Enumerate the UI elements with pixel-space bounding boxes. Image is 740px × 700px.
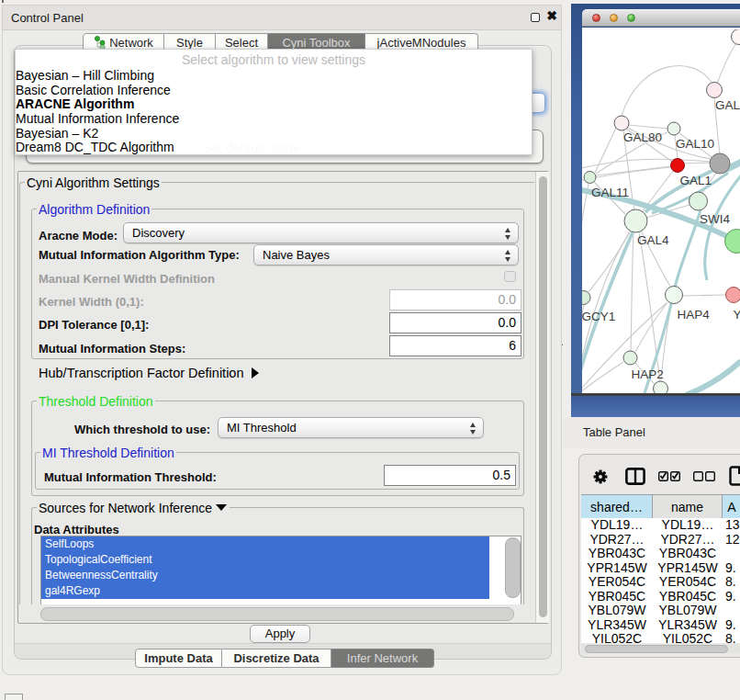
svg-text:GAL11: GAL11 xyxy=(591,186,629,199)
svg-text:GAL1: GAL1 xyxy=(680,174,712,187)
svg-text:HAP4: HAP4 xyxy=(678,308,711,322)
svg-text:HAP2: HAP2 xyxy=(632,367,664,381)
svg-text:GAL10: GAL10 xyxy=(676,137,714,151)
svg-text:SWI4: SWI4 xyxy=(700,212,730,226)
svg-text:GCY1: GCY1 xyxy=(582,310,615,323)
svg-text:GAL4: GAL4 xyxy=(637,233,669,247)
svg-text:YJ: YJ xyxy=(734,308,740,322)
svg-text:GAL80: GAL80 xyxy=(623,130,662,144)
svg-text:GAL7: GAL7 xyxy=(715,98,740,112)
